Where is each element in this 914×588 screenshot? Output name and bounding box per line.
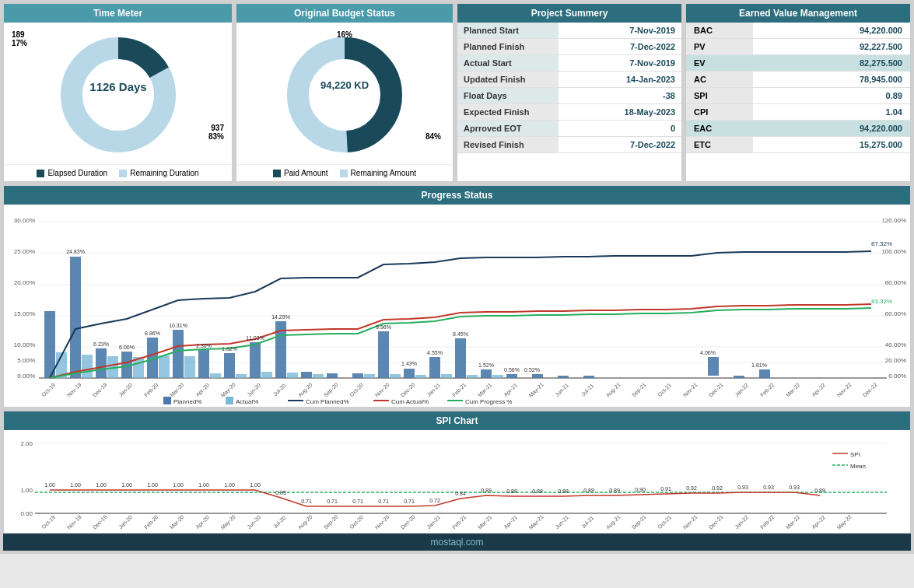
- svg-text:0.00: 0.00: [20, 510, 33, 517]
- svg-text:Sep-20: Sep-20: [323, 514, 340, 531]
- svg-text:0.85: 0.85: [275, 490, 286, 495]
- summary-label: Aprroved EOT: [457, 121, 559, 137]
- paid-bottom-pct: 84%: [425, 132, 441, 141]
- evm-label: SPI: [686, 88, 753, 104]
- summary-row: Updated Finish14-Jan-2023: [457, 72, 681, 88]
- spi-chart-area: 2.00 1.00 0.00 1.00 1.00: [4, 430, 910, 533]
- svg-text:Sep-20: Sep-20: [323, 382, 340, 399]
- remaining-top-pct: 16%: [337, 30, 352, 39]
- svg-text:Jan-21: Jan-21: [425, 382, 441, 397]
- svg-text:14.29%: 14.29%: [271, 314, 290, 320]
- summary-value: 14-Jan-2023: [559, 72, 681, 88]
- paid-legend: Paid Amount: [273, 169, 328, 177]
- svg-text:Nov-19: Nov-19: [66, 382, 82, 398]
- svg-text:0.71: 0.71: [352, 499, 363, 504]
- svg-text:1.82%: 1.82%: [222, 346, 237, 352]
- svg-text:Dec-19: Dec-19: [92, 514, 108, 530]
- budget-status-panel: Original Budget Status 16% 94,220 KD 84%: [236, 3, 453, 182]
- svg-text:0.88: 0.88: [558, 488, 569, 494]
- svg-rect-38: [327, 373, 338, 378]
- svg-rect-45: [506, 374, 517, 378]
- svg-text:0.88: 0.88: [532, 488, 543, 494]
- elapsed-legend-color: [37, 170, 44, 177]
- svg-rect-28: [70, 257, 81, 378]
- svg-text:20.00%: 20.00%: [14, 279, 35, 286]
- svg-rect-44: [481, 369, 492, 378]
- svg-rect-49: [708, 357, 719, 376]
- evm-label: AC: [686, 72, 753, 88]
- svg-rect-42: [429, 357, 440, 378]
- svg-text:5.00%: 5.00%: [17, 357, 35, 364]
- svg-text:0.00%: 0.00%: [17, 373, 35, 380]
- svg-rect-59: [236, 374, 247, 378]
- svg-rect-27: [44, 311, 55, 378]
- svg-text:Nov-20: Nov-20: [374, 382, 390, 398]
- summary-value: -38: [559, 88, 681, 104]
- svg-text:0.71: 0.71: [327, 499, 338, 504]
- svg-rect-56: [159, 355, 170, 378]
- svg-text:0.93: 0.93: [763, 485, 774, 490]
- summary-label: Actual Start: [457, 55, 559, 72]
- evm-row: AC78,945.000: [686, 72, 910, 88]
- evm-table: BAC94,220.000PV92,227.500EV82,275.500AC7…: [686, 23, 910, 153]
- svg-text:1.00: 1.00: [121, 482, 132, 488]
- svg-text:Mar-22: Mar-22: [785, 382, 801, 398]
- svg-text:Sep-21: Sep-21: [631, 382, 648, 399]
- svg-text:15.00%: 15.00%: [14, 310, 35, 317]
- evm-label: CPI: [686, 104, 753, 121]
- svg-text:Jul-20: Jul-20: [272, 383, 287, 397]
- svg-text:1.00: 1.00: [147, 482, 158, 488]
- evm-label: ETC: [686, 137, 753, 153]
- svg-text:Jul-21: Jul-21: [580, 515, 595, 530]
- svg-text:0.89: 0.89: [583, 488, 594, 493]
- svg-rect-66: [441, 374, 452, 378]
- svg-text:Oct-19: Oct-19: [40, 382, 56, 397]
- svg-text:Dec-21: Dec-21: [708, 514, 724, 530]
- evm-value: 0.89: [753, 88, 910, 104]
- svg-text:0.91: 0.91: [660, 486, 671, 492]
- svg-text:Feb-21: Feb-21: [451, 514, 468, 530]
- svg-rect-67: [467, 375, 478, 378]
- svg-text:Oct-20: Oct-20: [348, 382, 364, 397]
- evm-value: 92,227.500: [753, 39, 910, 55]
- progress-header: Progress Status: [4, 186, 910, 205]
- svg-text:0.00%: 0.00%: [888, 373, 906, 380]
- summary-value: 7-Dec-2022: [559, 137, 681, 153]
- evm-row: BAC94,220.000: [686, 23, 910, 39]
- svg-text:8.86%: 8.86%: [145, 331, 160, 336]
- evm-label: PV: [686, 39, 753, 55]
- evm-value: 15,275.000: [753, 137, 910, 153]
- project-summary-table: Planned Start7-Nov-2019Planned Finish7-D…: [457, 23, 681, 153]
- svg-text:Dec-21: Dec-21: [708, 382, 724, 398]
- svg-text:Nov-19: Nov-19: [66, 514, 82, 530]
- svg-rect-46: [532, 374, 543, 378]
- svg-text:1.00: 1.00: [20, 487, 33, 494]
- svg-text:Cum Progress %: Cum Progress %: [465, 398, 512, 405]
- budget-remaining-legend-color: [340, 170, 348, 177]
- svg-rect-65: [415, 375, 426, 378]
- svg-text:4.55%: 4.55%: [427, 350, 443, 355]
- svg-text:Jun-20: Jun-20: [246, 382, 261, 397]
- evm-value: 78,945.000: [753, 72, 910, 88]
- svg-text:Mar-21: Mar-21: [477, 514, 493, 530]
- svg-text:Aug-21: Aug-21: [605, 382, 622, 399]
- svg-text:0.71: 0.71: [301, 499, 312, 504]
- svg-text:1.00: 1.00: [96, 482, 107, 488]
- progress-chart-area: 30.00% 25.00% 20.00% 15.00% 10.00% 5.00%…: [4, 205, 910, 407]
- svg-rect-50: [734, 376, 744, 378]
- svg-text:Feb-20: Feb-20: [143, 382, 159, 398]
- svg-text:Dec-20: Dec-20: [400, 382, 416, 398]
- svg-text:0.89: 0.89: [609, 488, 620, 493]
- evm-label: EAC: [686, 121, 753, 137]
- svg-rect-58: [210, 373, 221, 378]
- svg-text:Mar-21: Mar-21: [477, 382, 493, 398]
- summary-row: Revised Finish7-Dec-2022: [457, 137, 681, 153]
- svg-text:1.00: 1.00: [250, 482, 261, 488]
- svg-text:Oct-20: Oct-20: [348, 514, 364, 530]
- svg-rect-64: [390, 374, 401, 378]
- summary-value: 7-Dec-2022: [559, 39, 681, 55]
- time-meter-panel: Time Meter 189 17% 1126 Days 937: [3, 3, 233, 182]
- svg-text:0.93: 0.93: [789, 485, 800, 490]
- svg-text:May-20: May-20: [220, 381, 237, 398]
- svg-text:Jul-21: Jul-21: [580, 383, 595, 397]
